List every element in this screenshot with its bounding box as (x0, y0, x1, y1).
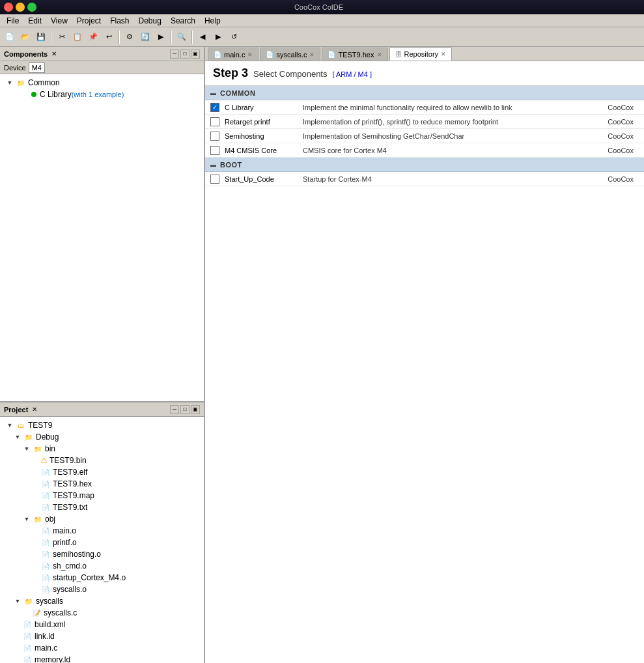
comp-vendor-clibrary: CooCox (587, 104, 639, 111)
project-restore-button[interactable]: ▣ (191, 405, 200, 414)
forward-button[interactable]: ▶ (211, 30, 225, 44)
comp-checkbox-startupcode[interactable] (210, 175, 219, 184)
device-value[interactable]: M4 (29, 63, 45, 73)
comp-row-retargetprintf: Retarget printf Implementation of printf… (205, 115, 644, 129)
debug-button[interactable]: ▶ (154, 30, 168, 44)
tree-item-bin[interactable]: ▼ 📁 bin (0, 443, 204, 455)
comp-name-retargetprintf: Retarget printf (225, 118, 303, 126)
tree-item-test9bin[interactable]: ⚠ TEST9.bin (0, 455, 204, 466)
tab-repository[interactable]: 🗄 Repository ✕ (389, 48, 453, 61)
tab-close-test9hex[interactable]: ✕ (377, 51, 382, 58)
tree-item-obj[interactable]: ▼ 📁 obj (0, 513, 204, 525)
section-toggle-common[interactable]: ▬ (210, 90, 216, 96)
paste-button[interactable]: 📌 (86, 30, 100, 44)
section-header-common: ▬ COMMON (205, 86, 644, 100)
components-close-icon[interactable]: ✕ (51, 50, 57, 57)
tree-item-semihostingo[interactable]: 📄 semihosting.o (0, 548, 204, 560)
content-area: 📄 main.c ✕ 📄 syscalls.c ✕ 📄 TEST9.hex ✕ … (205, 47, 644, 663)
file-icon-mainc: 📄 (22, 643, 33, 653)
open-button[interactable]: 📂 (18, 30, 33, 44)
tree-item-clibrary[interactable]: C Library (with 1 example) (0, 89, 204, 100)
menu-search[interactable]: Search (167, 15, 199, 27)
tree-label-buildxml: build.xml (35, 620, 65, 629)
tab-syscallsc[interactable]: 📄 syscalls.c ✕ (260, 48, 320, 61)
copy-button[interactable]: 📋 (70, 30, 85, 44)
components-restore-button[interactable]: ▣ (191, 49, 200, 59)
minimize-button[interactable] (16, 3, 25, 12)
tab-close-syscallsc[interactable]: ✕ (309, 51, 315, 58)
project-close-icon[interactable]: ✕ (32, 406, 37, 413)
save-button[interactable]: 💾 (34, 30, 48, 44)
toggle-test9[interactable]: ▼ (5, 421, 14, 430)
rebuild-button[interactable]: 🔄 (138, 30, 152, 44)
comp-checkbox-m4cmsis[interactable] (210, 146, 219, 155)
tab-mainc[interactable]: 📄 main.c ✕ (208, 48, 259, 61)
tree-label-mainc: main.c (35, 643, 57, 653)
tree-extra-clibrary: (with 1 example) (72, 91, 124, 98)
toggle-obj[interactable]: ▼ (22, 515, 31, 524)
tree-item-startupcortexm4o[interactable]: 📄 startup_Cortex_M4.o (0, 572, 204, 584)
tree-item-test9hex[interactable]: 📄 TEST9.hex (0, 478, 204, 490)
tree-item-buildxml[interactable]: 📄 build.xml (0, 619, 204, 630)
menu-project[interactable]: Project (73, 15, 105, 27)
tree-item-test9txt[interactable]: 📄 TEST9.txt (0, 501, 204, 513)
tree-label-syscallso: syscalls.o (53, 585, 87, 594)
tree-item-printfo[interactable]: 📄 printf.o (0, 537, 204, 548)
project-controls: ─ □ ▣ (170, 405, 200, 414)
tab-close-mainc[interactable]: ✕ (247, 51, 253, 58)
tree-item-test9[interactable]: ▼ 🗂 TEST9 (0, 419, 204, 431)
cut-button[interactable]: ✂ (55, 30, 69, 44)
tree-item-syscalls-folder[interactable]: ▼ 📁 syscalls (0, 595, 204, 607)
project-maximize-button[interactable]: □ (180, 405, 189, 414)
tree-item-syscallso[interactable]: 📄 syscalls.o (0, 584, 204, 595)
components-minimize-button[interactable]: ─ (170, 49, 179, 59)
step-title: Select Components (253, 69, 327, 79)
tree-item-syscallsc[interactable]: 📝 syscalls.c (0, 607, 204, 619)
back-button[interactable]: ◀ (195, 30, 210, 44)
tree-label-common: Common (28, 78, 60, 87)
tree-item-maino[interactable]: 📄 main.o (0, 525, 204, 537)
new-file-button[interactable]: 📄 (3, 30, 17, 44)
toggle-bin[interactable]: ▼ (22, 444, 31, 453)
tab-test9hex[interactable]: 📄 TEST9.hex ✕ (322, 48, 387, 61)
tree-item-memoryld[interactable]: 📄 memory.ld (0, 654, 204, 663)
tree-item-test9elf[interactable]: 📄 TEST9.elf (0, 466, 204, 478)
menu-file[interactable]: File (3, 15, 23, 27)
menu-view[interactable]: View (47, 15, 72, 27)
search-toolbar-button[interactable]: 🔍 (175, 30, 189, 44)
tree-item-shcmdo[interactable]: 📄 sh_cmd.o (0, 560, 204, 572)
window-controls[interactable] (4, 3, 36, 12)
tree-item-mainc[interactable]: 📄 main.c (0, 642, 204, 654)
menu-bar: File Edit View Project Flash Debug Searc… (0, 14, 644, 27)
comp-checkbox-retargetprintf[interactable] (210, 117, 219, 126)
build-button[interactable]: ⚙ (122, 30, 137, 44)
refresh-button[interactable]: ↺ (227, 30, 241, 44)
menu-help[interactable]: Help (201, 15, 225, 27)
comp-checkbox-semihosting[interactable] (210, 132, 219, 141)
title-bar: CooCox CoIDE (0, 0, 644, 14)
comp-checkbox-clibrary[interactable] (210, 103, 219, 112)
project-minimize-button[interactable]: ─ (170, 405, 179, 414)
toggle-common[interactable]: ▼ (5, 78, 14, 87)
maximize-button[interactable] (27, 3, 36, 12)
folder-icon-debug: 📁 (23, 432, 34, 442)
separator-3 (171, 31, 172, 44)
tab-label-syscallsc: syscalls.c (276, 51, 307, 59)
menu-flash[interactable]: Flash (106, 15, 133, 27)
section-toggle-boot[interactable]: ▬ (210, 162, 216, 168)
tree-item-test9map[interactable]: 📄 TEST9.map (0, 490, 204, 501)
tree-item-linkld[interactable]: 📄 link.ld (0, 630, 204, 642)
menu-debug[interactable]: Debug (135, 15, 165, 27)
tree-item-debug[interactable]: ▼ 📁 Debug (0, 431, 204, 443)
tree-item-common[interactable]: ▼ 📁 Common (0, 77, 204, 89)
close-button[interactable] (4, 3, 13, 12)
tab-close-repository[interactable]: ✕ (441, 51, 446, 57)
components-maximize-button[interactable]: □ (180, 49, 189, 59)
menu-edit[interactable]: Edit (24, 15, 46, 27)
comp-vendor-m4cmsis: CooCox (587, 147, 639, 154)
undo-button[interactable]: ↩ (102, 30, 116, 44)
toggle-debug[interactable]: ▼ (13, 432, 22, 442)
toggle-syscalls-folder[interactable]: ▼ (13, 597, 22, 606)
tree-label-memoryld: memory.ld (35, 655, 70, 663)
device-bar: Device M4 (0, 61, 204, 74)
